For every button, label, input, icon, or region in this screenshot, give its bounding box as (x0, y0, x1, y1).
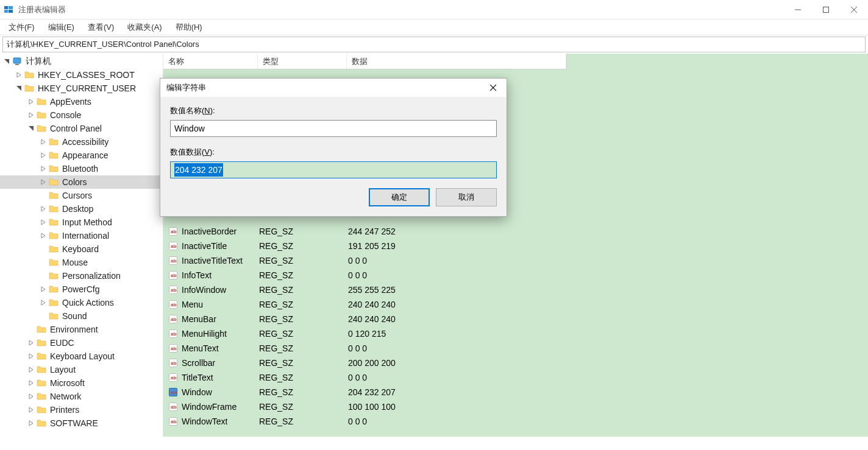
tree-key-Colors[interactable]: Colors (0, 175, 163, 189)
value-row[interactable]: abWindowREG_SZ204 232 207 (163, 385, 868, 399)
tree-computer[interactable]: 计算机 (0, 55, 163, 68)
value-row[interactable]: abWindowTextREG_SZ0 0 0 (163, 414, 868, 429)
tree-expander-icon[interactable] (15, 71, 23, 79)
value-data-input[interactable]: 204 232 207 (170, 161, 497, 178)
value-row[interactable]: abMenuHilightREG_SZ0 120 215 (163, 326, 868, 341)
tree-key-Sound[interactable]: Sound (0, 309, 163, 323)
tree-expander-icon[interactable] (2, 57, 11, 66)
tree-key-Control Panel[interactable]: Control Panel (0, 122, 163, 135)
tree-expander-icon[interactable] (27, 392, 35, 401)
menu-view[interactable]: 查看(V) (84, 20, 118, 35)
value-row[interactable]: abMenuBarREG_SZ240 240 240 (163, 312, 868, 326)
menu-file[interactable]: 文件(F) (5, 20, 38, 35)
tree-key-EUDC[interactable]: EUDC (0, 336, 163, 350)
ok-button[interactable]: 确定 (369, 188, 430, 206)
tree-key-Appearance[interactable]: Appearance (0, 149, 163, 162)
tree-expander-icon[interactable] (27, 406, 35, 414)
tree-key-Microsoft[interactable]: Microsoft (0, 376, 163, 390)
tree-expander-icon[interactable] (39, 205, 48, 213)
dialog-close-button[interactable] (480, 79, 507, 97)
tree-hive-HKEY_CURRENT_USER[interactable]: HKEY_CURRENT_USER (0, 82, 163, 95)
tree-expander-icon[interactable] (39, 231, 48, 240)
folder-icon (37, 418, 46, 428)
svg-rect-5 (824, 7, 829, 12)
column-header-type[interactable]: 类型 (258, 54, 347, 69)
tree-key-Personalization[interactable]: Personalization (0, 269, 163, 283)
folder-icon (37, 365, 46, 374)
tree-key-Keyboard[interactable]: Keyboard (0, 242, 163, 256)
value-type: REG_SZ (258, 300, 347, 309)
column-header-data[interactable]: 数据 (347, 54, 566, 69)
tree-key-International[interactable]: International (0, 229, 163, 242)
tree-expander-icon[interactable] (27, 97, 35, 106)
dialog-titlebar[interactable]: 编辑字符串 (160, 79, 507, 97)
value-row[interactable]: abInactiveTitleTextREG_SZ0 0 0 (163, 253, 868, 268)
tree-key-SOFTWARE[interactable]: SOFTWARE (0, 417, 163, 430)
value-row[interactable]: abInfoTextREG_SZ0 0 0 (163, 268, 868, 283)
dialog-title: 编辑字符串 (166, 82, 206, 93)
tree-expander-icon[interactable] (27, 419, 35, 427)
value-row[interactable]: abInfoWindowREG_SZ255 255 225 (163, 283, 868, 297)
value-type: REG_SZ (258, 343, 347, 353)
window-titlebar: 注册表编辑器 (0, 0, 868, 19)
value-row[interactable]: abMenuREG_SZ240 240 240 (163, 297, 868, 312)
tree-key-Console[interactable]: Console (0, 108, 163, 122)
tree-expander-icon[interactable] (15, 84, 23, 93)
value-name: Window (182, 387, 212, 397)
tree-key-Quick Actions[interactable]: Quick Actions (0, 296, 163, 309)
folder-icon (49, 298, 59, 308)
tree-key-Network[interactable]: Network (0, 390, 163, 403)
value-row[interactable]: abInactiveTitleREG_SZ191 205 219 (163, 239, 868, 253)
tree-key-Desktop[interactable]: Desktop (0, 202, 163, 216)
tree-expander-icon[interactable] (27, 111, 35, 119)
tree-key-Layout[interactable]: Layout (0, 363, 163, 376)
tree-key-Accessibility[interactable]: Accessibility (0, 135, 163, 149)
window-maximize-button[interactable] (812, 0, 840, 19)
tree-expander-icon[interactable] (27, 124, 35, 133)
svg-text:ab: ab (171, 287, 176, 293)
value-row[interactable]: abMenuTextREG_SZ0 0 0 (163, 341, 868, 356)
tree-key-Bluetooth[interactable]: Bluetooth (0, 162, 163, 175)
value-type: REG_SZ (258, 373, 347, 382)
tree-key-Mouse[interactable]: Mouse (0, 256, 163, 269)
tree-label: Quick Actions (62, 298, 114, 308)
tree-label: Personalization (62, 271, 121, 281)
tree-expander-icon[interactable] (27, 379, 35, 387)
tree-expander-icon[interactable] (39, 218, 48, 227)
menu-help[interactable]: 帮助(H) (172, 20, 206, 35)
tree-expander-icon[interactable] (39, 298, 48, 307)
menu-favorites[interactable]: 收藏夹(A) (124, 20, 165, 35)
value-row[interactable]: abScrollbarREG_SZ200 200 200 (163, 356, 868, 370)
tree-key-AppEvents[interactable]: AppEvents (0, 95, 163, 108)
tree-key-Cursors[interactable]: Cursors (0, 189, 163, 202)
value-row[interactable]: abInactiveBorderREG_SZ244 247 252 (163, 224, 868, 239)
registry-tree-panel[interactable]: 计算机HKEY_CLASSES_ROOTHKEY_CURRENT_USERApp… (0, 54, 163, 437)
tree-expander-icon[interactable] (39, 151, 48, 160)
tree-expander-icon[interactable] (39, 178, 48, 186)
cancel-button[interactable]: 取消 (436, 188, 497, 206)
value-row[interactable]: abTitleTextREG_SZ0 0 0 (163, 370, 868, 385)
string-value-icon: ab (168, 358, 178, 368)
value-name-input[interactable]: Window (170, 120, 497, 137)
tree-key-Keyboard Layout[interactable]: Keyboard Layout (0, 350, 163, 363)
tree-key-Environment[interactable]: Environment (0, 323, 163, 336)
tree-expander-icon[interactable] (27, 339, 35, 347)
menu-edit[interactable]: 编辑(E) (44, 20, 78, 35)
value-row[interactable]: abWindowFrameREG_SZ100 100 100 (163, 399, 868, 414)
tree-expander-icon[interactable] (39, 285, 48, 294)
tree-expander-icon[interactable] (39, 138, 48, 146)
tree-expander-icon[interactable] (27, 352, 35, 360)
tree-key-Printers[interactable]: Printers (0, 403, 163, 417)
tree-key-PowerCfg[interactable]: PowerCfg (0, 283, 163, 296)
tree-key-Input Method[interactable]: Input Method (0, 216, 163, 229)
string-value-icon: ab (168, 387, 178, 397)
value-name: InactiveTitle (182, 241, 227, 251)
window-close-button[interactable] (840, 0, 868, 19)
column-header-name[interactable]: 名称 (163, 54, 258, 69)
window-minimize-button[interactable] (784, 0, 812, 19)
folder-icon (24, 70, 34, 80)
tree-expander-icon[interactable] (27, 365, 35, 374)
tree-expander-icon[interactable] (39, 164, 48, 173)
address-bar[interactable]: 计算机\HKEY_CURRENT_USER\Control Panel\Colo… (2, 37, 866, 52)
tree-hive-HKEY_CLASSES_ROOT[interactable]: HKEY_CLASSES_ROOT (0, 68, 163, 82)
